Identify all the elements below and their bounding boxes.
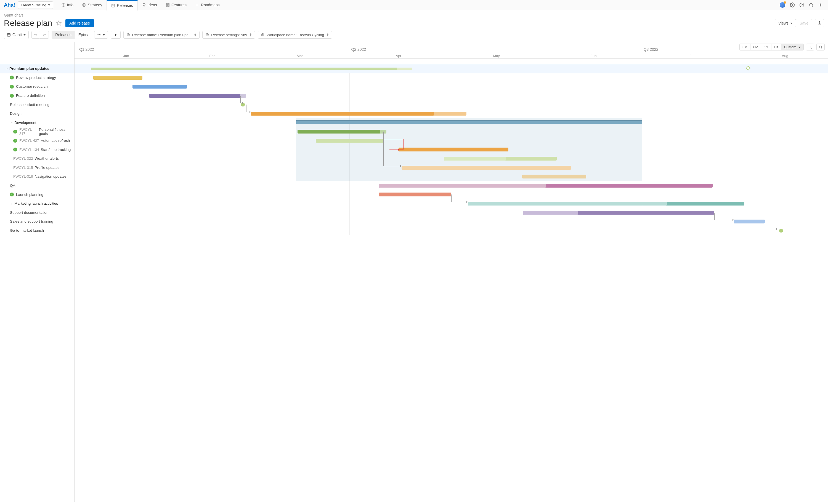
task-row[interactable]: ✓Feature definition (0, 91, 74, 100)
bar-row (75, 226, 828, 235)
task-row[interactable]: ✓Launch planning (0, 190, 74, 199)
grid-icon (166, 3, 170, 7)
filter-button[interactable] (111, 31, 121, 39)
gantt-bar[interactable] (316, 139, 384, 143)
row-label: Navigation updates (35, 174, 67, 179)
gantt-bar[interactable] (522, 175, 586, 179)
seg-epics[interactable]: Epics (75, 31, 91, 39)
zoom-custom[interactable]: Custom (781, 44, 803, 50)
task-row[interactable]: ✓FWCYL-134Start/stop tracking (0, 145, 74, 154)
zoom-fit[interactable]: Fit (771, 44, 781, 50)
task-row[interactable]: ✓FWCYL-427Automatic refresh (0, 136, 74, 145)
search-icon[interactable] (809, 2, 814, 7)
gantt-bar[interactable] (734, 220, 765, 223)
add-release-button[interactable]: Add release (66, 19, 94, 27)
group-row[interactable]: Premium plan updates (0, 64, 74, 74)
chevron-icon[interactable] (10, 121, 13, 124)
zoom-1y[interactable]: 1Y (761, 44, 771, 50)
nav-ideas[interactable]: Ideas (138, 0, 161, 10)
settings-dropdown[interactable] (94, 31, 108, 39)
gantt-bar[interactable] (379, 192, 451, 196)
nav-label: Ideas (148, 3, 157, 7)
seg-releases[interactable]: Releases (52, 31, 75, 39)
task-row[interactable]: Go-to-market launch (0, 226, 74, 235)
star-icon[interactable] (56, 20, 61, 26)
task-row[interactable]: Sales and support training (0, 217, 74, 226)
gantt-bar-tail (240, 94, 246, 98)
task-id: FWCYL-315 (13, 166, 33, 170)
gantt-bar[interactable] (399, 148, 509, 151)
task-row[interactable]: FWCYL-318Navigation updates (0, 172, 74, 181)
nav-strategy[interactable]: Strategy (78, 0, 107, 10)
gantt-bar-progress (379, 184, 546, 188)
task-id: FWCYL-322 (13, 156, 33, 161)
gantt-bar[interactable] (149, 94, 240, 98)
avatar[interactable] (779, 2, 786, 8)
row-label: Development (14, 121, 36, 125)
workspace-selector[interactable]: Fredwin Cycling (18, 1, 53, 9)
svg-rect-6 (112, 4, 115, 7)
bulb-icon (142, 3, 146, 7)
summary-bar (397, 67, 412, 70)
svg-point-2 (63, 4, 64, 4)
gantt-bar[interactable] (402, 166, 571, 170)
nav-releases[interactable]: Releases (107, 0, 137, 10)
gantt-bar[interactable] (297, 130, 380, 134)
nav-label: Features (171, 3, 187, 7)
gantt-dropdown[interactable]: Gantt (4, 31, 29, 39)
svg-point-19 (802, 6, 802, 6)
chevron-icon[interactable] (5, 67, 8, 70)
summary-bar[interactable] (91, 67, 397, 70)
check-icon: ✓ (10, 94, 14, 98)
save-button[interactable]: Save (796, 19, 812, 27)
task-row[interactable]: ✓FWCYL-317Personal fitness goals (0, 127, 74, 136)
undo-button[interactable] (32, 31, 40, 39)
add-icon[interactable] (818, 2, 823, 7)
task-row[interactable]: ✓Customer research (0, 82, 74, 91)
task-row[interactable]: FWCYL-315Profile updates (0, 163, 74, 172)
bar-row (75, 74, 828, 83)
right-rows (75, 64, 828, 235)
add-filter-icon: ⊕ (261, 33, 264, 37)
svg-point-5 (84, 5, 84, 5)
milestone-circle[interactable] (779, 229, 783, 233)
month-label: Mar (250, 53, 349, 59)
filter-pill-2[interactable]: ⊕Workspace name: Fredwin Cycling▲▼ (258, 31, 332, 39)
zoom-6m[interactable]: 6M (750, 44, 761, 50)
nav-info[interactable]: Info (57, 0, 78, 10)
task-row[interactable]: Release kickoff meeting (0, 100, 74, 109)
share-button[interactable] (815, 19, 824, 27)
task-id: FWCYL-317 (19, 128, 37, 136)
task-row[interactable]: QA (0, 181, 74, 190)
caret-down-icon (24, 34, 26, 36)
nav-features[interactable]: Features (161, 0, 191, 10)
task-row[interactable]: Design (0, 109, 74, 118)
filter-label: Workspace name: Fredwin Cycling (266, 33, 324, 37)
right-panel: 3M 6M 1Y Fit Custom Q1 2022Q2 2022Q3 202… (75, 42, 828, 502)
redo-button[interactable] (40, 31, 49, 39)
task-row[interactable]: Support documentation (0, 208, 74, 217)
filter-pill-0[interactable]: ⊕Release name: Premium plan upd...▲▼ (123, 31, 200, 39)
help-icon[interactable] (799, 2, 804, 7)
gantt-bar[interactable] (93, 76, 142, 80)
group-row[interactable]: Development (0, 118, 74, 128)
filter-pill-1[interactable]: ⊕Release settings: Any▲▼ (202, 31, 255, 39)
zoom-3m[interactable]: 3M (740, 44, 750, 50)
zoom-out-button[interactable] (817, 44, 825, 50)
bar-row (75, 208, 828, 217)
row-label: Start/stop tracking (41, 148, 71, 152)
container-bar[interactable] (296, 120, 642, 124)
task-row[interactable]: ✓Review product strategy (0, 74, 74, 83)
zoom-controls: 3M 6M 1Y Fit Custom (739, 44, 825, 50)
views-button[interactable]: Views (775, 19, 796, 27)
gear-icon[interactable] (790, 2, 795, 7)
quarter-row: Q1 2022Q2 2022Q3 2022 (75, 42, 828, 53)
gantt-bar[interactable] (132, 85, 187, 89)
zoom-in-button[interactable] (806, 44, 814, 50)
quarter-label: Q3 2022 (642, 42, 659, 53)
group-row[interactable]: Marketing launch activities (0, 199, 74, 208)
nav-roadmaps[interactable]: Roadmaps (191, 0, 224, 10)
task-row[interactable]: FWCYL-322Weather alerts (0, 154, 74, 163)
chevron-icon[interactable] (10, 202, 13, 205)
check-icon: ✓ (10, 76, 14, 80)
